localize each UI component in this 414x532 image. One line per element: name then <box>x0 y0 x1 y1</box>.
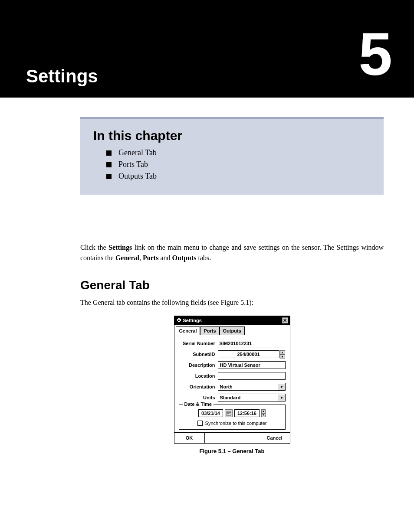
chapter-box-heading: In this chapter <box>93 128 371 143</box>
sync-checkbox[interactable] <box>197 421 203 426</box>
datetime-row: 03/21/14 12:56:16 ▲ ▼ <box>183 409 282 417</box>
input-description[interactable]: HD Virtual Sensor <box>218 361 286 369</box>
input-subnet[interactable]: 254/00001 ▲ ▼ <box>218 350 279 358</box>
dialog-titlebar: Settings ✕ <box>174 316 290 325</box>
row-location: Location <box>179 372 286 380</box>
row-subnet: Subnet/ID 254/00001 ▲ ▼ <box>179 350 286 358</box>
chapter-item: General Tab <box>106 148 371 157</box>
spinner-down-icon[interactable]: ▼ <box>280 355 285 359</box>
value-orientation: North <box>220 384 233 389</box>
spinner-down-icon[interactable]: ▼ <box>261 413 266 417</box>
select-orientation[interactable]: North ▾ <box>218 383 286 391</box>
banner-title: Settings <box>26 66 98 87</box>
label-units: Units <box>179 395 218 400</box>
datetime-group-label: Date & Time <box>183 401 214 407</box>
outputs-bold: Outputs <box>172 254 197 261</box>
svg-rect-2 <box>227 413 228 414</box>
sync-row: Synchronize to this computer <box>183 421 282 426</box>
chapter-list: General Tab Ports Tab Outputs Tab <box>93 148 371 181</box>
row-serial: Serial Number SIM201012231 <box>179 339 286 347</box>
input-location[interactable] <box>218 372 286 380</box>
figure-caption: Figure 5.1 – General Tab <box>80 448 384 454</box>
sync-label: Synchronize to this computer <box>205 421 267 426</box>
svg-rect-3 <box>228 413 229 414</box>
section-heading: General Tab <box>80 278 384 292</box>
tab-general[interactable]: General <box>176 326 200 335</box>
time-spinner[interactable]: ▲ ▼ <box>261 409 266 417</box>
label-description: Description <box>179 362 218 368</box>
intro-paragraph: Click the Settings link on the main menu… <box>80 242 384 263</box>
gear-icon <box>176 318 181 323</box>
calendar-icon[interactable] <box>225 409 233 417</box>
section-text: The General tab contains the following f… <box>80 297 384 308</box>
banner-number: 5 <box>358 24 392 85</box>
time-input[interactable]: 12:56:16 <box>234 409 260 417</box>
text: tabs. <box>197 254 211 261</box>
general-bold: General <box>115 254 139 261</box>
subnet-spinner[interactable]: ▲ ▼ <box>280 350 285 359</box>
in-this-chapter-box: In this chapter General Tab Ports Tab Ou… <box>80 117 384 195</box>
tab-body: Serial Number SIM201012231 Subnet/ID 254… <box>174 335 290 432</box>
settings-link-ref: Settings <box>108 244 132 251</box>
svg-rect-4 <box>230 413 230 414</box>
spinner-up-icon[interactable]: ▲ <box>280 350 285 355</box>
spinner-up-icon[interactable]: ▲ <box>261 409 266 413</box>
dialog-tabs: General Ports Outputs <box>174 325 290 335</box>
dialog-title: Settings <box>183 318 282 323</box>
chevron-down-icon[interactable]: ▾ <box>279 384 285 390</box>
label-subnet: Subnet/ID <box>179 352 218 357</box>
page-content: In this chapter General Tab Ports Tab Ou… <box>0 98 414 454</box>
close-icon[interactable]: ✕ <box>282 317 288 323</box>
value-serial: SIM201012231 <box>218 339 286 347</box>
tab-ports[interactable]: Ports <box>200 326 219 335</box>
chevron-down-icon[interactable]: ▾ <box>279 395 285 401</box>
date-input[interactable]: 03/21/14 <box>198 409 223 417</box>
label-serial: Serial Number <box>179 341 218 346</box>
ok-button[interactable]: OK <box>174 433 205 443</box>
row-units: Units Standard ▾ <box>179 394 286 401</box>
spacer <box>205 433 260 443</box>
tab-outputs[interactable]: Outputs <box>220 326 245 335</box>
row-orientation: Orientation North ▾ <box>179 383 286 391</box>
select-units[interactable]: Standard ▾ <box>218 394 286 401</box>
label-location: Location <box>179 373 218 379</box>
chapter-item: Outputs Tab <box>106 172 371 181</box>
chapter-banner: Settings 5 <box>0 0 414 98</box>
dialog-button-bar: OK Cancel <box>174 432 290 443</box>
datetime-group: Date & Time 03/21/14 12:56:16 ▲ ▼ <box>179 405 286 430</box>
value-units: Standard <box>220 395 241 400</box>
text: and <box>158 254 172 261</box>
figure-wrap: Settings ✕ General Ports Outputs Serial … <box>80 316 384 444</box>
label-orientation: Orientation <box>179 384 218 389</box>
cancel-button[interactable]: Cancel <box>260 433 290 443</box>
text: , <box>139 254 143 261</box>
chapter-item: Ports Tab <box>106 160 371 169</box>
row-description: Description HD Virtual Sensor <box>179 361 286 369</box>
ports-bold: Ports <box>143 254 158 261</box>
settings-dialog: Settings ✕ General Ports Outputs Serial … <box>174 316 290 444</box>
text: Click the <box>80 244 108 251</box>
value-subnet: 254/00001 <box>237 352 260 357</box>
